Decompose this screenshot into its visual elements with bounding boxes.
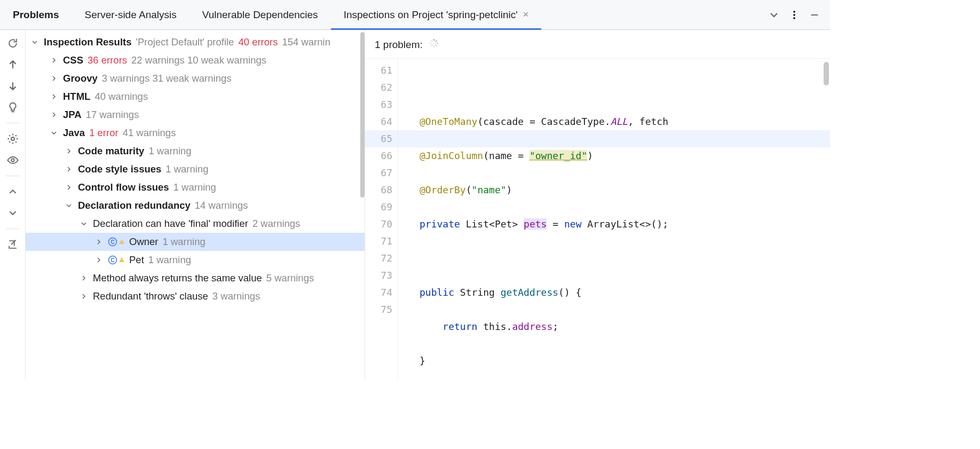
svg-point-2 xyxy=(793,17,795,19)
tree-item-groovy[interactable]: Groovy 3 warnings 31 weak warnings xyxy=(26,69,365,88)
chevron-right-icon[interactable] xyxy=(79,273,89,283)
warning-count: 41 warnings xyxy=(123,127,176,139)
tree-label: Inspection Results xyxy=(44,36,131,48)
tree-item-code-maturity[interactable]: Code maturity 1 warning xyxy=(26,142,365,160)
tree-label: Method always returns the same value xyxy=(93,272,262,284)
tab-vulnerable-deps[interactable]: Vulnerable Dependencies xyxy=(189,0,331,29)
line-number: 62 xyxy=(365,79,392,96)
gear-icon[interactable] xyxy=(7,133,19,145)
tree-root[interactable]: Inspection Results 'Project Default' pro… xyxy=(26,33,365,51)
export-icon[interactable] xyxy=(7,239,19,250)
svg-text:C: C xyxy=(110,239,114,245)
tab-label: Problems xyxy=(13,9,59,21)
error-count: 40 errors xyxy=(238,36,278,48)
chevron-down-icon[interactable] xyxy=(79,219,89,229)
tree-item-java[interactable]: Java 1 error 41 warnings xyxy=(26,124,365,142)
code-line: @OneToMany(cascade = CascadeType.ALL, fe… xyxy=(420,113,668,130)
chevron-down-icon[interactable] xyxy=(30,37,39,47)
tree-item-owner[interactable]: C Owner 1 warning xyxy=(26,233,365,251)
arrow-up-icon[interactable] xyxy=(7,59,19,70)
scrollbar[interactable] xyxy=(360,32,365,198)
tree-label: Java xyxy=(63,127,85,139)
main-area: Inspection Results 'Project Default' pro… xyxy=(0,30,830,380)
tree-item-redundant-throws[interactable]: Redundant 'throws' clause 3 warnings xyxy=(26,287,365,305)
tab-server-analysis[interactable]: Server-side Analysis xyxy=(72,0,189,29)
warning-count: 14 warnings xyxy=(195,200,248,211)
line-number: 67 xyxy=(365,164,392,182)
warning-count: 154 warnin xyxy=(282,36,330,48)
chevron-down-icon[interactable] xyxy=(64,201,74,210)
code-content: @OneToMany(cascade = CascadeType.ALL, fe… xyxy=(398,59,668,380)
chevron-right-icon[interactable] xyxy=(79,292,89,301)
tab-label: Server-side Analysis xyxy=(85,9,177,21)
warning-count: 17 warnings xyxy=(86,109,139,121)
tab-problems[interactable]: Problems xyxy=(0,0,72,29)
refresh-icon[interactable] xyxy=(7,37,19,49)
svg-point-4 xyxy=(11,159,14,162)
problem-count: 1 problem: xyxy=(375,39,423,51)
tree-item-pet[interactable]: C Pet 1 warning xyxy=(26,251,365,269)
code-line: } xyxy=(420,352,668,369)
code-editor[interactable]: 61 62 63 64 65 66 67 68 69 70 71 72 73 7… xyxy=(365,59,830,380)
chevron-down-icon[interactable] xyxy=(769,10,779,20)
tree-label: Code maturity xyxy=(78,145,144,157)
tree-label: Declaration redundancy xyxy=(78,200,191,211)
chevron-right-icon[interactable] xyxy=(49,56,59,65)
svg-line-12 xyxy=(436,45,437,46)
kebab-menu-icon[interactable] xyxy=(789,10,799,20)
line-number: 66 xyxy=(365,147,392,164)
tree-item-decl-redundancy[interactable]: Declaration redundancy 14 warnings xyxy=(26,196,365,215)
warning-count: 5 warnings xyxy=(266,272,314,284)
chevron-right-icon[interactable] xyxy=(64,183,74,192)
inspection-tree: Inspection Results 'Project Default' pro… xyxy=(26,30,365,305)
code-preview-pane: 1 problem: 61 62 63 64 65 66 67 68 69 70… xyxy=(365,30,830,380)
tree-label: Control flow issues xyxy=(78,182,169,193)
tab-label: Inspections on Project 'spring-petclinic… xyxy=(344,9,518,21)
chevron-right-icon[interactable] xyxy=(49,110,59,120)
scrollbar[interactable] xyxy=(824,62,829,85)
line-number: 69 xyxy=(365,199,392,216)
chevron-down-icon[interactable] xyxy=(49,128,59,138)
bulb-icon[interactable] xyxy=(7,101,19,113)
arrow-down-icon[interactable] xyxy=(7,80,19,92)
chevron-right-icon[interactable] xyxy=(49,74,59,83)
error-count: 36 errors xyxy=(88,54,127,66)
tab-label: Vulnerable Dependencies xyxy=(202,9,318,21)
minimize-icon[interactable] xyxy=(810,10,819,20)
svg-point-1 xyxy=(793,14,795,16)
spinner-icon xyxy=(429,38,439,51)
expand-icon[interactable] xyxy=(7,207,19,219)
tree-label: HTML xyxy=(63,91,90,103)
tree-item-html[interactable]: HTML 40 warnings xyxy=(26,88,365,106)
chevron-right-icon[interactable] xyxy=(94,237,104,247)
tree-item-css[interactable]: CSS 36 errors 22 warnings 10 weak warnin… xyxy=(26,51,365,69)
code-line xyxy=(420,79,668,96)
warning-count: 40 warnings xyxy=(94,91,148,103)
collapse-icon[interactable] xyxy=(7,186,19,198)
tree-item-method-same-value[interactable]: Method always returns the same value 5 w… xyxy=(26,269,365,287)
svg-line-10 xyxy=(436,41,437,42)
tree-item-code-style[interactable]: Code style issues 1 warning xyxy=(26,160,365,178)
tab-inspections[interactable]: Inspections on Project 'spring-petclinic… xyxy=(331,0,542,29)
tab-bar: Problems Server-side Analysis Vulnerable… xyxy=(0,0,830,30)
tree-item-control-flow[interactable]: Control flow issues 1 warning xyxy=(26,178,365,196)
warning-count: 1 warning xyxy=(163,236,206,248)
line-number: 70 xyxy=(365,216,392,233)
line-number: 75 xyxy=(365,301,392,318)
tree-label: JPA xyxy=(63,109,82,121)
line-number: 65 xyxy=(365,130,392,147)
chevron-right-icon[interactable] xyxy=(64,164,74,174)
tree-label: CSS xyxy=(63,54,83,66)
warning-count: 3 warnings xyxy=(212,290,260,302)
tree-item-decl-final[interactable]: Declaration can have 'final' modifier 2 … xyxy=(26,215,365,233)
chevron-right-icon[interactable] xyxy=(64,146,74,156)
tree-item-jpa[interactable]: JPA 17 warnings xyxy=(26,106,365,124)
chevron-right-icon[interactable] xyxy=(94,255,104,265)
close-icon[interactable]: × xyxy=(523,9,529,20)
profile-label: 'Project Default' profile xyxy=(136,36,234,48)
warning-count: 1 warning xyxy=(165,163,208,175)
tree-label: Owner xyxy=(129,236,159,248)
chevron-right-icon[interactable] xyxy=(49,92,59,101)
eye-icon[interactable] xyxy=(7,154,19,166)
line-number: 71 xyxy=(365,233,392,250)
